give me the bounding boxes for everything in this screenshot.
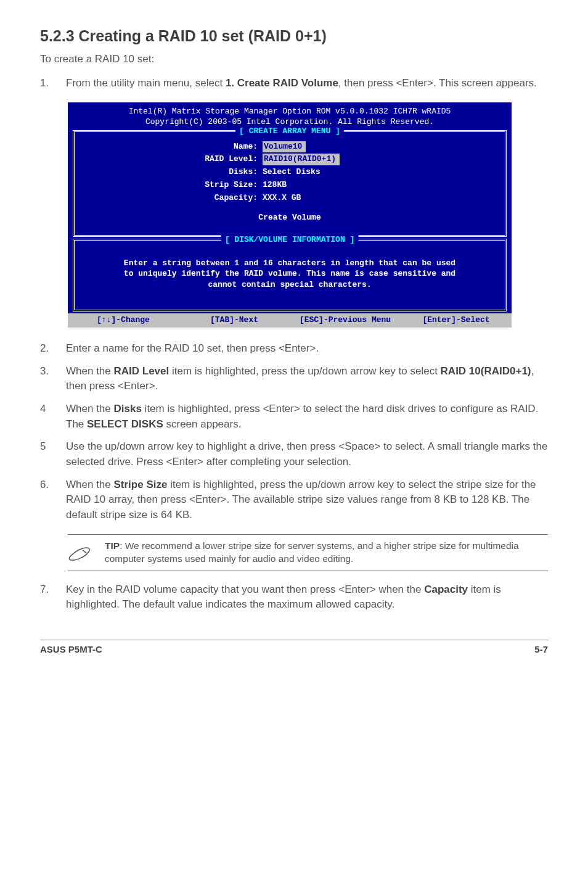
step7-b1: Capacity [424, 584, 468, 595]
bios-panel-title-create: [ CREATE ARRAY MENU ] [235, 126, 344, 138]
bios-name-label: Name: [81, 141, 263, 153]
bios-strip-value[interactable]: 128KB [263, 179, 287, 191]
step-number: 7. [40, 582, 66, 613]
bios-capacity-value[interactable]: XXX.X GB [263, 192, 301, 204]
bios-screenshot: Intel(R) Matrix Storage Manager Option R… [68, 102, 512, 328]
intro-text: To create a RAID 10 set: [40, 52, 548, 67]
step3-b1: RAID Level [114, 365, 169, 377]
step2-text: Enter a name for the RAID 10 set, then p… [66, 341, 548, 357]
step-5: 5 Use the up/down arrow key to highlight… [40, 439, 548, 469]
step-1: 1. From the utility main menu, select 1.… [40, 76, 548, 91]
step-6: 6. When the Stripe Size item is highligh… [40, 477, 548, 523]
bios-footer-prev: [ESC]-Previous Menu [290, 315, 401, 326]
bios-header: Intel(R) Matrix Storage Manager Option R… [68, 106, 512, 128]
step-number: 1. [40, 76, 66, 91]
step-number: 5 [40, 439, 66, 469]
bios-disks-value[interactable]: Select Disks [263, 167, 321, 178]
bios-panel-title-info: [ DISK/VOLUME INFORMATION ] [221, 234, 359, 246]
step-4: 4 When the Disks item is highlighted, pr… [40, 402, 548, 432]
tip-label: TIP [105, 540, 120, 551]
note-icon [68, 540, 94, 566]
step5-text: Use the up/down arrow key to highlight a… [66, 439, 548, 469]
page-footer: ASUS P5MT-C 5-7 [40, 640, 548, 656]
tip-box: TIP: We recommend a lower stripe size fo… [68, 534, 548, 571]
bios-disks-label: Disks: [81, 167, 263, 178]
step4-b1: Disks [114, 403, 142, 415]
step-7: 7. Key in the RAID volume capacity that … [40, 582, 548, 613]
bios-help-text: Enter a string between 1 and 16 characte… [81, 245, 499, 304]
bios-footer: [↑↓]-Change [TAB]-Next [ESC]-Previous Me… [68, 313, 512, 328]
bios-info-panel: [ DISK/VOLUME INFORMATION ] Enter a stri… [73, 239, 507, 312]
bios-create-volume[interactable]: Create Volume [81, 212, 499, 224]
step1-pre: From the utility main menu, select [66, 77, 226, 89]
step3-c: item is highlighted, press the up/down a… [169, 365, 440, 377]
bios-footer-select: [Enter]-Select [401, 315, 512, 326]
step6-a: When the [66, 479, 114, 490]
step4-a: When the [66, 403, 114, 415]
step1-bold: 1. Create RAID Volume [226, 77, 338, 89]
step-2: 2. Enter a name for the RAID 10 set, the… [40, 341, 548, 357]
step3-b2: RAID 10(RAID0+1) [441, 365, 531, 377]
step4-b2: SELECT DISKS [87, 418, 163, 430]
step6-b1: Stripe Size [114, 479, 168, 490]
bios-raid-value[interactable]: RAID10(RAID0+1) [263, 154, 340, 165]
step7-a: Key in the RAID volume capacity that you… [66, 584, 424, 595]
section-heading: 5.2.3 Creating a RAID 10 set (RAID 0+1) [40, 25, 548, 47]
step-number: 4 [40, 402, 66, 432]
step1-post: , then press <Enter>. This screen appear… [338, 77, 537, 89]
bios-footer-next: [TAB]-Next [179, 315, 290, 326]
footer-left: ASUS P5MT-C [40, 643, 102, 656]
step3-a: When the [66, 365, 114, 377]
bios-capacity-label: Capacity: [81, 192, 263, 204]
bios-name-value[interactable]: Volume10 [263, 141, 306, 153]
step-number: 6. [40, 477, 66, 523]
tip-text: TIP: We recommend a lower stripe size fo… [105, 540, 545, 566]
step-number: 2. [40, 341, 66, 357]
footer-right: 5-7 [534, 643, 548, 656]
step4-d: screen appears. [163, 418, 242, 430]
bios-create-array-panel: [ CREATE ARRAY MENU ] Name: Volume10 RAI… [73, 130, 507, 237]
bios-raid-label: RAID Level: [81, 154, 263, 165]
step-number: 3. [40, 364, 66, 394]
tip-body: : We recommend a lower stripe size for s… [105, 540, 519, 564]
step-3: 3. When the RAID Level item is highlight… [40, 364, 548, 394]
bios-footer-change: [↑↓]-Change [68, 315, 179, 326]
bios-strip-label: Strip Size: [81, 179, 263, 191]
